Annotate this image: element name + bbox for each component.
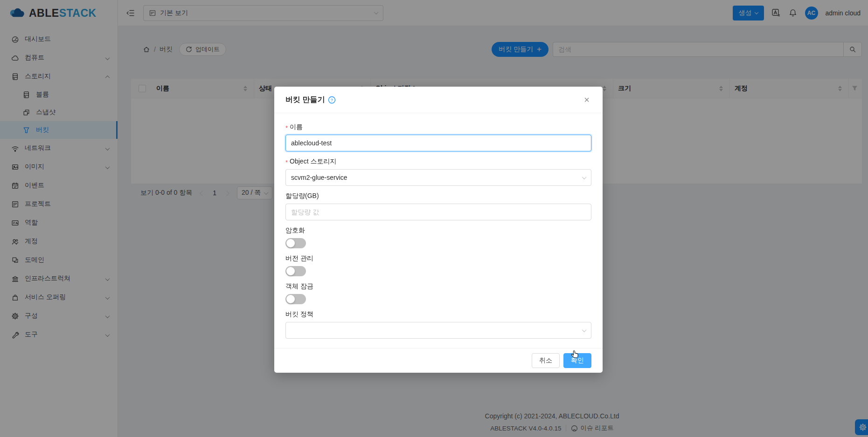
modal-body: *이름 *Object 스토리지 scvm2-glue-service 할당량(… xyxy=(274,113,603,348)
object-storage-select[interactable]: scvm2-glue-service xyxy=(285,169,591,186)
modal-header: 버킷 만들기 ? × xyxy=(274,87,603,113)
field-name: *이름 xyxy=(285,123,591,151)
versioning-toggle[interactable] xyxy=(285,266,306,276)
close-icon[interactable]: × xyxy=(582,94,591,105)
field-quota: 할당량(GB) xyxy=(285,191,591,220)
field-object-storage: *Object 스토리지 scvm2-glue-service xyxy=(285,157,591,186)
bucket-name-input[interactable] xyxy=(285,135,591,151)
mouse-cursor-pointer xyxy=(570,349,580,360)
field-label: 버전 관리 xyxy=(285,254,313,263)
toggle-knob xyxy=(286,295,295,303)
field-object-lock: 객체 잠금 xyxy=(285,282,591,304)
help-icon[interactable]: ? xyxy=(328,96,336,104)
field-label: 할당량(GB) xyxy=(285,192,319,200)
field-label: Object 스토리지 xyxy=(290,157,336,166)
toggle-knob xyxy=(286,267,295,275)
toggle-knob xyxy=(286,239,295,247)
required-mark: * xyxy=(285,159,288,166)
quota-input[interactable] xyxy=(285,204,591,220)
field-label: 암호화 xyxy=(285,226,305,235)
field-encryption: 암호화 xyxy=(285,226,591,248)
field-bucket-policy: 버킷 정책 xyxy=(285,310,591,339)
bucket-policy-select[interactable] xyxy=(285,322,591,339)
chevron-down-icon xyxy=(582,328,587,332)
create-bucket-modal: 버킷 만들기 ? × *이름 *Object 스토리지 scvm2-glue-s… xyxy=(274,87,603,373)
field-versioning: 버전 관리 xyxy=(285,254,591,276)
modal-title: 버킷 만들기 xyxy=(285,95,325,105)
field-label: 이름 xyxy=(290,123,303,131)
svg-text:?: ? xyxy=(331,97,333,102)
chevron-down-icon xyxy=(582,175,587,179)
cancel-button[interactable]: 취소 xyxy=(532,353,560,368)
select-value: scvm2-glue-service xyxy=(291,174,347,181)
object-lock-toggle[interactable] xyxy=(285,294,306,304)
required-mark: * xyxy=(285,124,288,131)
field-label: 객체 잠금 xyxy=(285,282,313,291)
modal-footer: 취소 확인 xyxy=(274,348,603,373)
field-label: 버킷 정책 xyxy=(285,310,313,319)
encryption-toggle[interactable] xyxy=(285,238,306,248)
